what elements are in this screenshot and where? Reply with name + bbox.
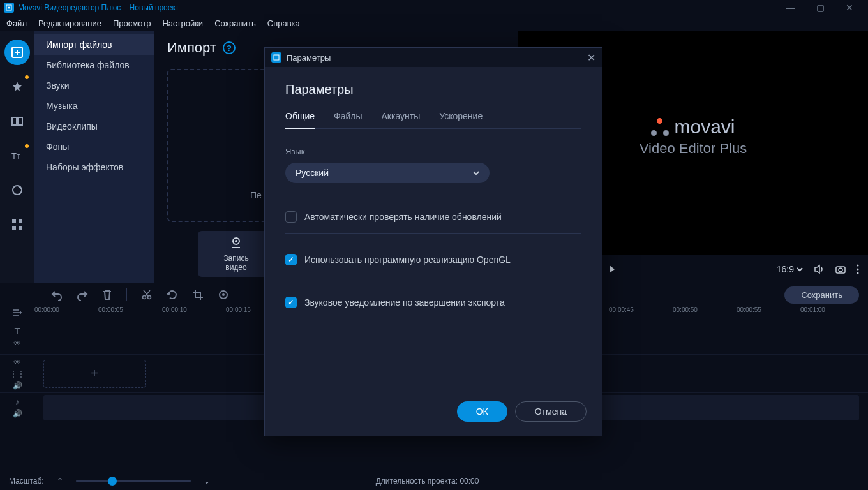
tool-transitions[interactable] bbox=[4, 108, 30, 134]
zoom-slider[interactable] bbox=[76, 480, 191, 482]
menu-view[interactable]: Просмотр bbox=[113, 19, 151, 28]
rotate-icon[interactable] bbox=[167, 289, 178, 301]
titlebar-text: Movavi Видеоредактор Плюс – Новый проект bbox=[18, 3, 179, 12]
sidebar-item-library[interactable]: Библиотека файлов bbox=[34, 55, 154, 75]
delete-icon[interactable] bbox=[102, 289, 112, 301]
menubar: Файл Редактирование Просмотр Настройки С… bbox=[0, 15, 868, 31]
record-video-label: Запись видео bbox=[223, 254, 248, 272]
tab-accounts[interactable]: Аккаунты bbox=[382, 111, 421, 128]
svg-rect-3 bbox=[12, 117, 17, 125]
sidebar-item-music[interactable]: Музыка bbox=[34, 96, 154, 116]
brand-subtitle: Video Editor Plus bbox=[640, 140, 747, 157]
truncated-label: Пе bbox=[250, 190, 262, 200]
maximize-button[interactable]: ▢ bbox=[805, 0, 835, 15]
chevron-down-icon bbox=[473, 170, 479, 176]
svg-rect-7 bbox=[12, 219, 16, 223]
tool-titles[interactable]: Tт bbox=[4, 143, 30, 168]
checkbox-opengl-label: Использовать программную реализацию Open… bbox=[304, 255, 511, 265]
app-icon bbox=[271, 52, 281, 63]
svg-rect-9 bbox=[12, 226, 16, 230]
checkbox-export-sound[interactable]: ✓ bbox=[285, 297, 297, 308]
redo-icon[interactable] bbox=[77, 289, 88, 301]
music-icon: ♪ bbox=[15, 397, 19, 406]
tab-general[interactable]: Общие bbox=[285, 111, 315, 129]
dialog-heading: Параметры bbox=[285, 82, 581, 97]
mute-icon[interactable]: 🔊 bbox=[13, 409, 22, 418]
track-head-audio: ♪ 🔊 bbox=[0, 393, 34, 422]
svg-rect-8 bbox=[19, 219, 22, 223]
sidebar-item-effects[interactable]: Наборы эффектов bbox=[34, 157, 154, 177]
settings-dialog: Параметры ✕ Параметры Общие Файлы Аккаун… bbox=[264, 47, 602, 436]
record-video-button[interactable]: Запись видео bbox=[198, 231, 274, 277]
svg-text:Tт: Tт bbox=[11, 151, 20, 161]
crop-icon[interactable] bbox=[192, 289, 204, 301]
cancel-button[interactable]: Отмена bbox=[515, 401, 587, 422]
menu-settings[interactable]: Настройки bbox=[162, 19, 203, 28]
project-duration: Длительность проекта: 00:00 bbox=[376, 477, 479, 486]
status-bar: Масштаб: ⌃ ⌄ Длительность проекта: 00:00 bbox=[0, 472, 868, 490]
svg-point-16 bbox=[857, 269, 859, 271]
minimize-button[interactable]: ― bbox=[776, 0, 805, 15]
dialog-title: Параметры bbox=[287, 53, 331, 63]
svg-point-18 bbox=[143, 296, 146, 299]
tool-more[interactable] bbox=[4, 212, 30, 237]
svg-point-14 bbox=[839, 268, 842, 272]
svg-point-21 bbox=[222, 293, 225, 296]
titlebar: Movavi Видеоредактор Плюс – Новый проект… bbox=[0, 0, 868, 15]
notification-dot-icon bbox=[25, 144, 29, 148]
snapshot-icon[interactable] bbox=[835, 264, 846, 275]
menu-file[interactable]: Файл bbox=[6, 19, 27, 28]
dialog-tabs: Общие Файлы Аккаунты Ускорение bbox=[285, 111, 581, 129]
sidebar-item-backgrounds[interactable]: Фоны bbox=[34, 137, 154, 157]
track-head-text: T 👁 bbox=[0, 319, 34, 354]
mute-icon[interactable]: 🔊 bbox=[13, 381, 22, 390]
color-icon[interactable] bbox=[218, 289, 229, 301]
menu-save[interactable]: Сохранить bbox=[214, 19, 256, 28]
svg-rect-10 bbox=[19, 226, 22, 230]
tool-stickers[interactable] bbox=[4, 177, 30, 203]
skip-end-icon[interactable] bbox=[608, 264, 618, 274]
zoom-out-icon[interactable]: ⌃ bbox=[57, 477, 63, 486]
svg-point-1 bbox=[8, 7, 10, 9]
cut-icon[interactable] bbox=[141, 289, 153, 301]
add-track-icon[interactable] bbox=[0, 306, 34, 319]
tool-filters[interactable] bbox=[4, 74, 30, 100]
menu-help[interactable]: Справка bbox=[267, 19, 300, 28]
sidebar-item-import-files[interactable]: Импорт файлов bbox=[34, 34, 154, 55]
svg-rect-4 bbox=[18, 117, 22, 125]
tab-acceleration[interactable]: Ускорение bbox=[439, 111, 483, 128]
brand-name: movavi bbox=[674, 116, 735, 138]
more-icon[interactable] bbox=[857, 264, 859, 274]
movavi-logo-icon bbox=[651, 118, 669, 136]
save-button[interactable]: Сохранить bbox=[784, 286, 859, 304]
app-icon bbox=[4, 3, 14, 13]
menu-edit[interactable]: Редактирование bbox=[38, 19, 101, 28]
dialog-titlebar: Параметры ✕ bbox=[265, 48, 602, 67]
eye-icon[interactable]: 👁 bbox=[13, 358, 21, 367]
checkbox-auto-updates[interactable] bbox=[285, 211, 297, 223]
aspect-ratio-selector[interactable]: 16:9 bbox=[777, 264, 803, 274]
link-icon[interactable]: ⋮⋮ bbox=[10, 369, 25, 378]
eye-icon[interactable]: 👁 bbox=[13, 339, 21, 348]
tab-files[interactable]: Файлы bbox=[334, 111, 362, 128]
volume-icon[interactable] bbox=[813, 264, 825, 275]
svg-point-12 bbox=[235, 240, 237, 242]
svg-rect-22 bbox=[274, 55, 279, 60]
svg-point-15 bbox=[857, 265, 859, 267]
zoom-in-icon[interactable]: ⌄ bbox=[204, 477, 210, 486]
sidebar-item-sounds[interactable]: Звуки bbox=[34, 75, 154, 96]
tool-strip: Tт bbox=[0, 31, 34, 283]
tool-import[interactable] bbox=[4, 40, 30, 65]
sidebar-item-videoclips[interactable]: Видеоклипы bbox=[34, 116, 154, 137]
add-clip-placeholder[interactable]: + bbox=[43, 360, 146, 388]
dialog-close-button[interactable]: ✕ bbox=[587, 52, 595, 64]
close-button[interactable]: ✕ bbox=[835, 0, 864, 15]
checkbox-opengl[interactable]: ✓ bbox=[285, 254, 297, 265]
checkbox-export-sound-label: Звуковое уведомление по завершении экспо… bbox=[304, 297, 505, 308]
sidebar: Импорт файлов Библиотека файлов Звуки Му… bbox=[34, 31, 154, 283]
help-icon[interactable]: ? bbox=[223, 41, 236, 54]
undo-icon[interactable] bbox=[51, 289, 63, 301]
language-select[interactable]: Русский bbox=[285, 163, 490, 183]
track-head-video: 👁 ⋮⋮ 🔊 bbox=[0, 355, 34, 392]
ok-button[interactable]: ОК bbox=[457, 401, 507, 422]
